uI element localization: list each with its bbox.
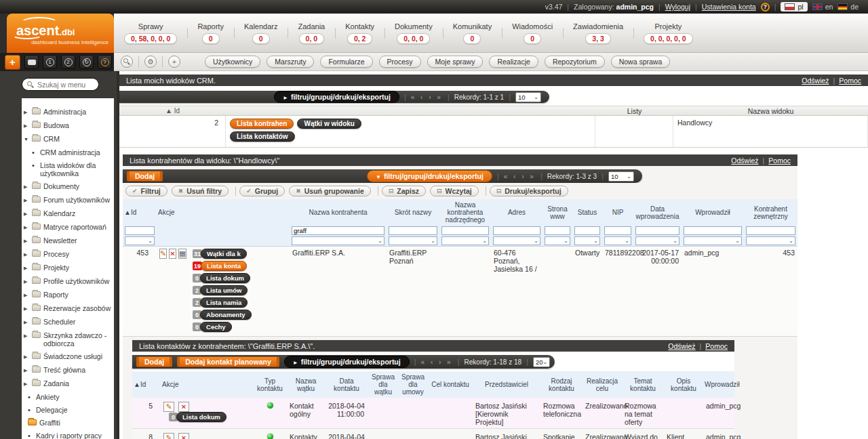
filter-group-print-export-button[interactable]: ►filtruj/grupuj/drukuj/eksportuj — [274, 91, 399, 103]
counter-group[interactable]: Projekty 0, 0, 0, 0, 0 — [633, 22, 703, 44]
filter-group-print-export-button[interactable]: ►filtruj/grupuj/drukuj/eksportuj — [284, 356, 410, 368]
counter-group[interactable]: Wiadomości 0 — [502, 22, 563, 44]
tree-arrow-icon[interactable] — [24, 366, 29, 375]
counter-value-badge[interactable]: 0, 2 — [347, 33, 373, 44]
tree-arrow-icon[interactable] — [24, 223, 29, 232]
sidebar-item[interactable]: CRM — [24, 135, 113, 144]
quickbar-button[interactable]: Formularze — [320, 56, 372, 68]
pagination-arrows[interactable]: « ‹ › » — [504, 173, 536, 180]
plus-icon[interactable]: + — [168, 56, 180, 68]
column-header[interactable]: Przedstawiciel — [473, 371, 540, 398]
badge-2-icon[interactable]: 2 — [61, 55, 75, 69]
counter-value-badge[interactable]: 0, 0, 0 — [397, 33, 430, 44]
column-header[interactable]: NIP — [602, 199, 633, 226]
counter-group[interactable]: Komunikaty 0 — [443, 22, 502, 44]
page-size-select[interactable]: 20⌄ — [533, 357, 550, 367]
threads-in-view-button[interactable]: Wątki w widoku — [297, 119, 361, 129]
filter-select[interactable]: ⌄ — [604, 236, 631, 245]
table-action-button[interactable]: ⊟ Wczytaj — [430, 186, 479, 196]
delete-icon[interactable]: ✕ — [178, 402, 189, 412]
column-header-lists[interactable]: Listy — [595, 107, 673, 115]
column-header-id[interactable]: ▲Id — [132, 371, 161, 398]
filter-input[interactable] — [684, 226, 742, 235]
table-action-button[interactable]: ⊟ Zapisz — [382, 186, 426, 196]
filter-input[interactable] — [545, 226, 570, 235]
quickbar-button[interactable]: Procesy — [379, 56, 421, 68]
filter-select[interactable]: ⌄ — [389, 236, 437, 245]
contacts-list-button[interactable]: Lista kontaktów — [230, 131, 295, 142]
column-header[interactable]: Sprawa dla wątku — [368, 371, 398, 398]
sidebar-item[interactable]: Delegacje — [24, 406, 113, 414]
sidebar-item[interactable]: Procesy — [24, 250, 113, 259]
sidebar-item[interactable]: Świadczone usługi — [24, 352, 113, 361]
refresh-link[interactable]: Odśwież — [802, 77, 829, 85]
filter-input-name[interactable] — [292, 226, 384, 235]
column-header[interactable]: Nazwa kontrahenta nadrzędnego — [439, 199, 491, 226]
sidebar-item[interactable]: Skrzynka zdawczo - odbiorcza — [24, 331, 113, 348]
column-header[interactable]: Data kontaktu — [325, 371, 368, 398]
related-list-button[interactable]: 2 Lista umów — [193, 285, 248, 295]
filter-select[interactable]: ⌄ — [493, 236, 540, 245]
edit-icon[interactable]: ✎ — [159, 249, 167, 259]
lang-en-button[interactable]: en — [812, 3, 833, 11]
quickbar-button[interactable]: Realizacje — [489, 56, 538, 68]
delete-icon[interactable]: ✕ — [169, 249, 176, 259]
column-header[interactable]: Skrót nazwy — [387, 199, 439, 226]
help-link[interactable]: Pomoc — [839, 77, 861, 85]
column-header[interactable]: Cel kontaktu — [428, 371, 473, 398]
column-header[interactable]: Wprowadził — [682, 199, 744, 226]
sidebar-item[interactable]: Newsletter — [24, 236, 113, 245]
calendar-icon[interactable]: ▦ — [178, 249, 186, 259]
refresh-link[interactable]: Odśwież — [731, 156, 758, 165]
comments-icon[interactable] — [24, 55, 39, 69]
filter-select[interactable]: ⌄ — [545, 236, 570, 245]
column-header[interactable]: Opis kontaktu — [664, 371, 703, 398]
logout-link[interactable]: Wyloguj — [665, 3, 690, 11]
help-icon[interactable]: ? — [761, 3, 770, 12]
column-header[interactable]: Realizacja celu — [583, 371, 622, 398]
sidebar-item[interactable]: Treść główna — [24, 366, 113, 375]
page-size-select[interactable]: 10⌄ — [608, 171, 634, 182]
lang-pl-button[interactable]: pl — [781, 2, 807, 12]
sidebar-item[interactable]: Profile użytkowników — [24, 277, 113, 286]
sidebar-item[interactable]: Projekty — [24, 264, 113, 272]
filter-select[interactable]: ⌄ — [635, 236, 679, 245]
counter-value-badge[interactable]: 0 — [252, 33, 270, 44]
column-header[interactable]: Temat kontaktu — [622, 371, 664, 398]
lang-de-button[interactable]: de — [837, 3, 859, 11]
filter-input[interactable] — [635, 226, 679, 235]
column-header[interactable]: Rodzaj kontaktu — [540, 371, 583, 398]
tree-arrow-icon[interactable] — [24, 196, 29, 205]
sidebar-item[interactable]: Ankiety — [24, 393, 113, 401]
table-action-button[interactable]: ✔ Grupuj — [239, 186, 285, 196]
tree-arrow-icon[interactable] — [24, 291, 29, 299]
column-header[interactable]: Nazwa kontrahenta — [290, 199, 387, 226]
counter-value-badge[interactable]: 0, 0, 0, 0, 0 — [644, 33, 693, 44]
counter-group[interactable]: Raporty 0 — [187, 22, 234, 44]
table-action-button[interactable]: ⊟ Drukuj/eksportuj — [490, 186, 568, 196]
tree-arrow-icon[interactable] — [24, 379, 29, 388]
filter-input[interactable] — [746, 226, 795, 235]
sidebar-item[interactable]: CRM administracja — [24, 148, 113, 156]
related-list-button[interactable]: 0 Abonamenty — [193, 310, 252, 320]
sidebar-item[interactable]: Scheduler — [24, 318, 113, 327]
filter-select[interactable]: ⌄ — [125, 236, 155, 245]
column-header[interactable]: Adres — [491, 199, 542, 226]
related-list-button[interactable]: 2 Lista namia — [193, 297, 248, 308]
filter-select[interactable]: ⌄ — [441, 236, 489, 245]
history-icon[interactable]: ↻ — [79, 55, 94, 69]
delete-icon[interactable]: ✕ — [178, 433, 189, 439]
tree-arrow-icon[interactable] — [24, 121, 29, 130]
edit-icon[interactable]: ✎ — [163, 402, 174, 412]
edit-icon[interactable]: ✎ — [163, 433, 174, 439]
counter-value-badge[interactable]: 0, 0 — [299, 33, 325, 44]
filter-select[interactable]: ⌄ — [292, 236, 384, 245]
counter-group[interactable]: Kontakty 0, 2 — [335, 22, 384, 44]
counter-value-badge[interactable]: 0 — [524, 33, 541, 44]
add-planned-contact-button[interactable]: Dodaj kontakt planowany — [177, 356, 279, 367]
tree-arrow-icon[interactable] — [24, 264, 29, 272]
column-header[interactable]: Status — [572, 199, 602, 226]
wrench-icon[interactable]: ⚙ — [144, 56, 157, 68]
counter-value-badge[interactable]: 0 — [202, 33, 220, 44]
add-button[interactable]: Dodaj — [127, 171, 163, 182]
